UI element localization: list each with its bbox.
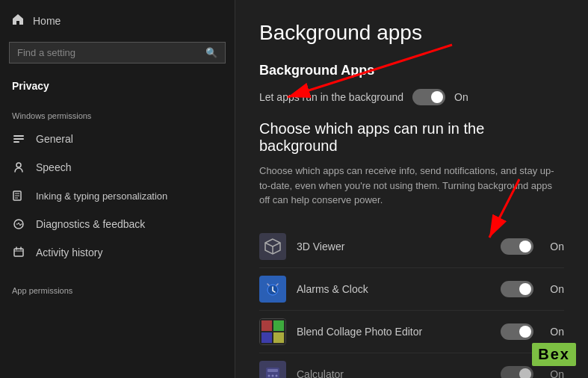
section2-title: Choose which apps can run in the backgro…	[259, 120, 564, 155]
sidebar-item-speech[interactable]: Speech	[0, 153, 235, 182]
section1-title: Background Apps	[259, 63, 564, 78]
app-icon-calc	[259, 361, 286, 379]
home-label: Home	[33, 15, 61, 27]
app-name: Alarms & Clock	[297, 283, 490, 295]
app-icon-alarms	[259, 276, 286, 303]
search-icon: 🔍	[205, 47, 217, 58]
app-name: 3D Viewer	[297, 241, 490, 252]
search-input[interactable]	[17, 47, 199, 58]
app-toggle-3dviewer[interactable]	[501, 238, 533, 255]
sidebar-item-inking[interactable]: Inking & typing personalization	[0, 182, 235, 210]
sidebar-item-diagnostics[interactable]: Diagnostics & feedback	[0, 210, 235, 238]
app-toggle-calc[interactable]	[501, 366, 533, 379]
app-name: Calculator	[297, 368, 490, 379]
svg-point-24	[276, 374, 278, 377]
sidebar-item-label: Inking & typing personalization	[36, 190, 167, 202]
app-list: 3D Viewer On Alarms & Clock On	[259, 226, 564, 379]
svg-rect-2	[13, 141, 19, 143]
search-bar[interactable]: 🔍	[9, 42, 226, 63]
sidebar-item-label: Diagnostics & feedback	[36, 218, 145, 230]
toggle-main[interactable]	[412, 89, 445, 105]
app-toggle-blend[interactable]	[501, 323, 533, 340]
sidebar-item-label: General	[36, 133, 73, 145]
general-icon	[12, 132, 25, 146]
app-toggle-value: On	[550, 326, 564, 338]
toggle-thumb	[519, 241, 531, 252]
sidebar-item-label: Speech	[36, 161, 71, 173]
diagnostics-icon	[12, 217, 25, 231]
main-content: Background apps Background Apps Let apps…	[235, 0, 588, 378]
page-title: Background apps	[259, 21, 564, 45]
toggle-thumb	[431, 91, 443, 103]
app-permissions-label: App permissions	[0, 273, 235, 300]
svg-rect-1	[13, 138, 24, 140]
toggle-main-label: Let apps run in the background	[259, 91, 403, 103]
sidebar-item-label: Activity history	[36, 247, 102, 258]
sidebar: Home 🔍 Privacy Windows permissions Gener…	[0, 0, 235, 378]
home-icon	[12, 13, 24, 28]
app-name: Blend Collage Photo Editor	[297, 326, 490, 338]
svg-rect-16	[261, 320, 272, 330]
main-toggle-row: Let apps run in the background On	[259, 89, 564, 105]
toggle-thumb	[519, 283, 531, 295]
toggle-main-value: On	[454, 91, 468, 103]
speech-icon	[12, 161, 25, 174]
svg-rect-17	[273, 320, 284, 330]
svg-rect-21	[267, 369, 278, 372]
sidebar-home-button[interactable]: Home	[0, 6, 235, 36]
svg-point-22	[268, 374, 270, 377]
app-toggle-alarms[interactable]	[501, 281, 533, 297]
app-toggle-value: On	[550, 368, 564, 379]
sidebar-item-general[interactable]: General	[0, 125, 235, 153]
sidebar-item-activity[interactable]: Activity history	[0, 238, 235, 267]
bex-badge: Bex	[532, 343, 576, 366]
toggle-thumb	[519, 326, 531, 338]
app-row: 3D Viewer On	[259, 226, 564, 268]
svg-point-23	[272, 374, 274, 377]
app-toggle-value: On	[550, 241, 564, 252]
svg-rect-18	[261, 332, 272, 342]
svg-point-3	[16, 163, 21, 167]
description-text: Choose which apps can receive info, send…	[259, 164, 564, 208]
toggle-thumb	[519, 368, 531, 379]
windows-permissions-label: Windows permissions	[0, 98, 235, 125]
privacy-section-label: Privacy	[0, 69, 235, 98]
app-row: Calculator On	[259, 353, 564, 379]
app-row: Alarms & Clock On	[259, 268, 564, 311]
inking-icon	[12, 189, 25, 202]
app-icon-blend	[259, 318, 286, 345]
activity-icon	[12, 246, 25, 259]
svg-rect-0	[13, 135, 24, 137]
app-row: Blend Collage Photo Editor On	[259, 311, 564, 353]
svg-rect-9	[14, 249, 23, 256]
svg-rect-19	[273, 332, 284, 342]
app-icon-3dviewer	[259, 233, 286, 260]
app-toggle-value: On	[550, 283, 564, 295]
